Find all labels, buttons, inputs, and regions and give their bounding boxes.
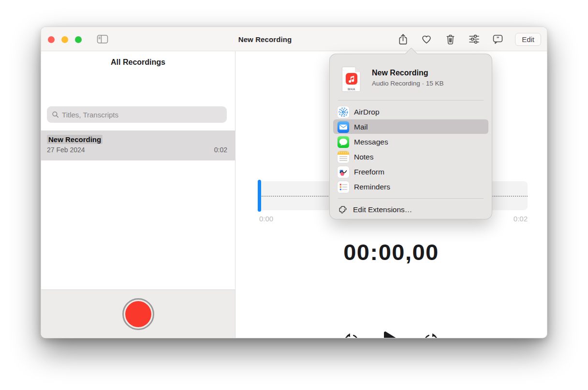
record-button[interactable]	[122, 298, 154, 330]
toolbar: ” Edit	[397, 27, 541, 51]
search-field[interactable]	[47, 106, 227, 123]
share-item-freeform[interactable]: Freeform	[330, 164, 492, 179]
playhead[interactable]	[258, 180, 261, 212]
share-item-label: Messages	[354, 138, 388, 146]
notes-icon	[338, 151, 349, 163]
skip-forward-15-button[interactable]: 15	[422, 332, 440, 339]
zoom-window-button[interactable]	[75, 36, 82, 43]
traffic-lights	[48, 36, 82, 43]
share-file-meta: Audio Recording · 15 KB	[372, 80, 444, 87]
share-item-airdrop[interactable]: AirDrop	[330, 104, 492, 119]
share-popover: M4A New Recording Audio Recording · 15 K…	[329, 54, 492, 219]
edit-button[interactable]: Edit	[515, 33, 541, 46]
messages-icon	[338, 136, 349, 148]
elapsed-time: 00:00,00	[235, 239, 547, 265]
play-button[interactable]	[382, 331, 400, 338]
search-input[interactable]	[62, 111, 222, 119]
skip-back-15-button[interactable]: 15	[342, 332, 360, 339]
m4a-file-icon: M4A	[341, 66, 362, 92]
options-sliders-icon[interactable]	[468, 32, 480, 46]
voice-memos-window: New Recording	[41, 27, 547, 338]
sidebar-header: All Recordings	[41, 58, 235, 67]
mail-icon	[338, 121, 349, 133]
recording-date: 27 Feb 2024	[47, 146, 85, 154]
share-item-label: Notes	[354, 153, 374, 161]
recording-duration: 0:02	[214, 146, 227, 154]
recording-list-item[interactable]: New Recording 27 Feb 2024 0:02	[41, 130, 235, 160]
share-item-label: Freeform	[354, 168, 384, 176]
minimize-window-button[interactable]	[61, 36, 68, 43]
edit-extensions-label: Edit Extensions…	[353, 205, 412, 214]
timeline-start-label: 0:00	[259, 215, 273, 223]
record-strip	[41, 289, 235, 338]
timeline-end-label: 0:02	[514, 215, 528, 223]
window-title: New Recording	[186, 27, 344, 51]
share-file-header: M4A New Recording Audio Recording · 15 K…	[341, 66, 484, 92]
skip-back-seconds: 15	[348, 337, 354, 338]
airdrop-icon	[338, 106, 349, 118]
transport-controls: 15 15	[235, 331, 547, 338]
favorite-button[interactable]	[420, 32, 433, 46]
search-icon	[52, 111, 59, 118]
share-item-label: AirDrop	[354, 108, 380, 116]
edit-extensions-item[interactable]: Edit Extensions…	[330, 202, 492, 217]
titlebar: New Recording	[41, 27, 547, 51]
extensions-puzzle-icon	[338, 204, 348, 215]
share-item-messages[interactable]: Messages	[330, 134, 492, 149]
screen: New Recording	[0, 0, 588, 390]
sidebar-toggle-icon[interactable]	[97, 34, 108, 44]
reminders-icon	[338, 181, 349, 193]
delete-button[interactable]	[444, 32, 456, 46]
skip-forward-seconds: 15	[427, 337, 434, 338]
transcript-bubble-icon[interactable]: ”	[491, 32, 504, 46]
recording-title: New Recording	[47, 135, 103, 144]
record-dot-icon	[125, 301, 151, 327]
share-target-list: AirDrop Mail	[330, 104, 492, 194]
sidebar: All Recordings New Recording 27 Feb 2024…	[41, 51, 235, 338]
share-item-label: Mail	[354, 123, 368, 131]
share-file-name: New Recording	[372, 69, 444, 77]
close-window-button[interactable]	[48, 36, 55, 43]
file-type-badge: M4A	[341, 87, 362, 91]
share-item-reminders[interactable]: Reminders	[330, 179, 492, 194]
share-item-notes[interactable]: Notes	[330, 149, 492, 164]
freeform-icon	[338, 166, 349, 178]
popover-separator	[338, 198, 484, 199]
share-item-label: Reminders	[354, 183, 390, 191]
share-item-mail[interactable]: Mail	[330, 119, 492, 134]
popover-separator	[338, 100, 484, 101]
share-button[interactable]	[397, 32, 409, 46]
svg-text:”: ”	[496, 35, 499, 41]
